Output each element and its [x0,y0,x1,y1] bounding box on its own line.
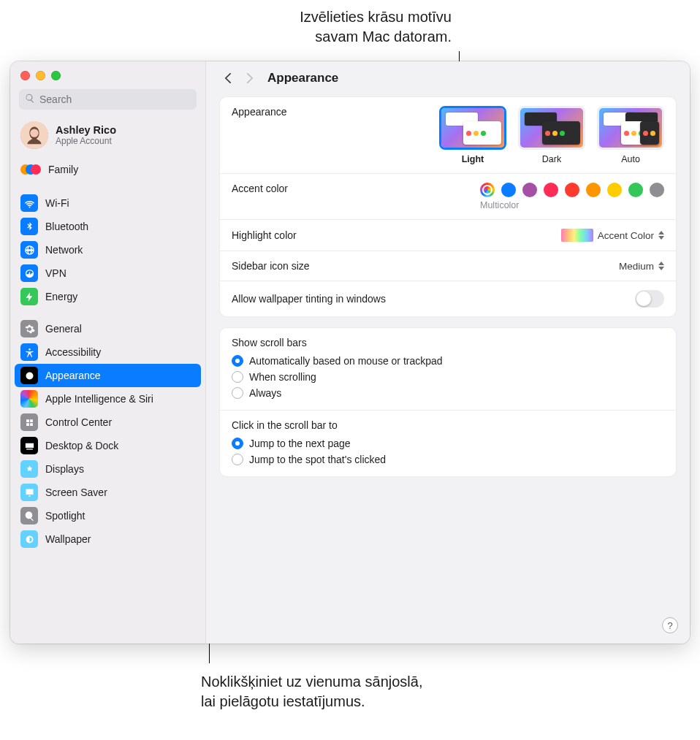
callout-top: Izvēlieties krāsu motīvu savam Mac dator… [300,7,452,47]
svg-point-4 [31,164,41,175]
avatar [20,121,48,149]
sidebar-item-energy[interactable]: Energy [15,285,201,308]
sidebar-size-row: Sidebar icon size Medium [220,251,676,281]
help-button[interactable]: ? [662,617,678,633]
sidebar-item-label: General [45,323,82,335]
sidebar-group-network: Wi-FiBluetoothNetworkVPNEnergy [10,187,205,313]
theme-thumb-icon [518,106,585,150]
accent-swatch-5[interactable] [586,183,601,197]
controlcenter-icon [20,413,38,431]
accent-swatch-6[interactable] [607,183,622,197]
scrollbars-option-2[interactable]: Always [232,385,664,401]
appearance-label: Appearance [232,106,439,118]
sidebar-item-siri[interactable]: Apple Intelligence & Siri [15,387,201,411]
sidebar-item-screensaver[interactable]: Screen Saver [15,481,201,504]
tinting-toggle[interactable] [635,290,664,308]
highlight-popup[interactable]: Accent Color [561,229,664,242]
radio-icon [232,438,243,449]
radio-icon [232,454,243,465]
appearance-icon [20,367,38,384]
accent-sublabel: Multicolor [480,200,664,210]
appearance-row: Appearance LightDarkAuto [220,97,676,173]
sidebar-item-label: Energy [45,291,77,302]
sidebar-item-appearance[interactable]: Appearance [15,364,201,387]
close-button[interactable] [20,71,30,80]
sidebar-item-bluetooth[interactable]: Bluetooth [15,215,201,238]
scrollbars-option-1[interactable]: When scrolling [232,369,664,385]
zoom-button[interactable] [51,71,61,80]
accent-swatch-3[interactable] [544,183,558,197]
theme-option-auto[interactable]: Auto [597,106,664,164]
family-icon [20,159,41,180]
vpn-icon [20,264,38,282]
sidebar-item-label: Bluetooth [45,221,88,232]
highlight-label: Highlight color [232,229,561,241]
scrollbars-option-0[interactable]: Automatically based on mouse or trackpad [232,353,664,369]
sidebar-item-gear[interactable]: General [15,317,201,340]
sidebar-item-label: Appearance [45,370,101,381]
family-label: Family [48,164,78,175]
chevron-updown-icon [658,262,664,270]
accent-swatch-8[interactable] [650,183,664,197]
sidebar-item-label: Network [45,244,83,256]
sidebar-item-spotlight[interactable]: Spotlight [15,504,201,527]
accent-swatch-2[interactable] [522,183,537,197]
traffic-lights [20,71,61,80]
theme-label: Dark [518,154,585,164]
sidebar-size-popup[interactable]: Medium [619,261,664,272]
radio-label: Always [249,387,281,399]
bluetooth-icon [20,218,38,235]
svg-point-1 [30,129,38,137]
theme-option-light[interactable]: Light [439,106,506,164]
click-scroll-title: Click in the scroll bar to [232,419,664,431]
clickscroll-option-1[interactable]: Jump to the spot that's clicked [232,451,664,468]
sidebar-item-wallpaper[interactable]: Wallpaper [15,527,201,551]
accent-swatch-4[interactable] [565,183,579,197]
sidebar-item-network[interactable]: Network [15,238,201,262]
sidebar-item-label: Desktop & Dock [45,440,118,451]
highlight-swatch-icon [561,229,593,242]
main-pane: Appearance Appearance LightDarkAuto Acce… [206,61,690,644]
accent-swatch-1[interactable] [501,183,516,197]
search-icon [25,94,35,106]
click-scroll-section: Click in the scroll bar to Jump to the n… [220,410,676,476]
sidebar-item-label: Displays [45,463,84,475]
sidebar-size-value: Medium [619,261,654,272]
highlight-row: Highlight color Accent Color [220,219,676,251]
radio-icon [232,371,243,383]
theme-option-dark[interactable]: Dark [518,106,585,164]
radio-icon [232,355,243,367]
dock-icon [20,437,38,454]
sidebar-item-label: Spotlight [45,510,85,522]
screensaver-icon [20,484,38,501]
radio-label: Jump to the spot that's clicked [249,454,386,465]
accent-swatches [480,183,664,197]
highlight-value: Accent Color [598,230,654,241]
displays-icon [20,460,38,478]
sidebar-item-controlcenter[interactable]: Control Center [15,411,201,434]
accent-swatch-0[interactable] [480,183,495,197]
sidebar-item-displays[interactable]: Displays [15,457,201,481]
radio-label: Automatically based on mouse or trackpad [249,355,443,367]
account-section[interactable]: Ashley Rico Apple Account [10,117,205,155]
sidebar-item-dock[interactable]: Desktop & Dock [15,434,201,457]
wallpaper-icon [20,530,38,548]
scroll-panel: Show scroll bars Automatically based on … [219,327,677,477]
sidebar-item-accessibility[interactable]: Accessibility [15,340,201,364]
family-item[interactable]: Family [10,155,205,187]
minimize-button[interactable] [36,71,45,80]
accent-label: Accent color [232,183,480,194]
theme-thumb-icon [439,106,506,150]
chevron-updown-icon [658,231,664,240]
network-icon [20,241,38,259]
sidebar-item-vpn[interactable]: VPN [15,262,201,285]
search-input[interactable] [19,89,197,110]
tinting-label: Allow wallpaper tinting in windows [232,293,635,305]
search-field[interactable] [19,89,197,110]
theme-options: LightDarkAuto [439,106,664,164]
clickscroll-option-0[interactable]: Jump to the next page [232,435,664,451]
sidebar-item-wifi[interactable]: Wi-Fi [15,191,201,215]
sidebar-size-label: Sidebar icon size [232,260,619,272]
sidebar-item-label: Wallpaper [45,533,91,545]
accent-swatch-7[interactable] [628,183,643,197]
